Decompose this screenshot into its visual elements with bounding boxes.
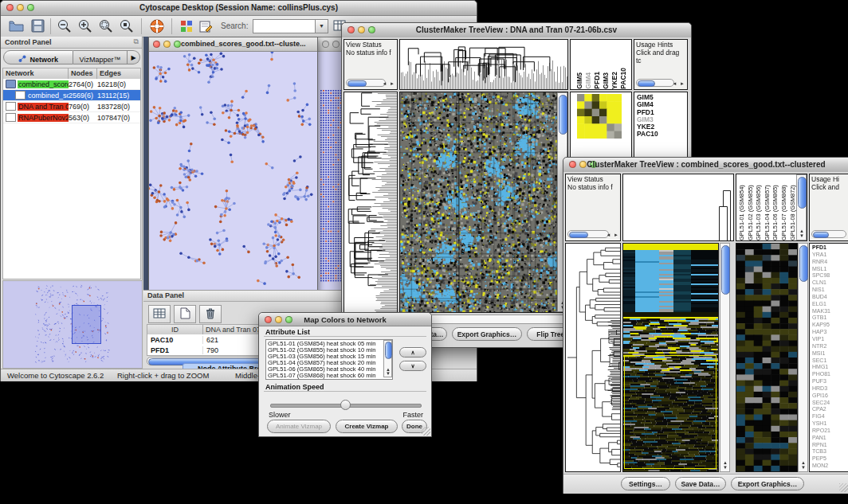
gene-label[interactable]: HRD3 — [812, 385, 848, 393]
tv2-zoom-heatmap[interactable] — [736, 243, 798, 472]
dialog-titlebar[interactable]: Map Colors to Network — [259, 313, 431, 326]
table-mode-icon[interactable] — [148, 305, 171, 323]
vizmapper-icon[interactable] — [179, 19, 194, 37]
gene-label[interactable]: HAP3 — [812, 329, 848, 336]
slider-thumb[interactable] — [340, 400, 351, 410]
tv2-heatmap-vscrollbar[interactable]: ▲▼ — [720, 243, 730, 472]
move-up-button[interactable]: ∧ — [399, 347, 426, 357]
gene-label[interactable]: MON2 — [812, 463, 848, 470]
tv1-column-label[interactable]: PFD1 — [593, 72, 602, 89]
tv1-export-graphics-button[interactable]: Export Graphics… — [452, 327, 522, 341]
tv2-column-label[interactable]: GPL51-04 (GSM857) — [764, 175, 772, 240]
usage-hints-scrollbar[interactable] — [811, 230, 846, 238]
gene-label[interactable]: RNR4 — [812, 259, 848, 266]
gene-label[interactable]: YRA1 — [812, 252, 848, 259]
close-button[interactable] — [322, 41, 329, 48]
birdseye-view-canvas[interactable] — [2, 280, 143, 369]
tv2-row-dendrogram[interactable] — [565, 243, 621, 472]
gene-label[interactable]: VIP1 — [812, 336, 848, 343]
zoom-out-icon[interactable] — [57, 18, 73, 37]
zoom-selected-icon[interactable] — [119, 18, 135, 37]
network-row[interactable]: RNAPuberNov2+|563(0)107847(0) — [3, 112, 140, 123]
gene-label[interactable]: PFD1 — [812, 244, 848, 252]
zoom-fit-icon[interactable] — [98, 18, 114, 37]
attribute-list-vscrollbar[interactable]: ▲▼ — [383, 340, 392, 377]
gene-label[interactable]: BUD4 — [812, 294, 848, 301]
float-panel-icon[interactable]: ⧉ — [134, 37, 139, 46]
gene-label[interactable]: MAK31 — [812, 308, 848, 315]
tab-vizmapper[interactable]: VizMapper™ — [73, 50, 128, 64]
search-input[interactable] — [253, 19, 316, 33]
scroll-arrows[interactable]: ◄ ► — [382, 81, 395, 86]
gene-label[interactable]: MSL1 — [812, 266, 848, 273]
tv2-export-graphics-button[interactable]: Export Graphics… — [731, 477, 804, 490]
gene-label[interactable]: FIG4 — [812, 413, 848, 420]
tv1-column-dendrogram[interactable] — [399, 39, 568, 90]
tv2-zoom-vscrollbar[interactable]: ▲▼ — [798, 243, 808, 472]
view-status-scrollbar[interactable] — [567, 230, 609, 238]
attribute-listbox[interactable]: GPL51-01 (GSM854) heat shock 05 minGPL51… — [265, 339, 393, 380]
gene-label[interactable]: SEC1 — [812, 357, 848, 365]
zoom-in-icon[interactable] — [77, 18, 93, 37]
tv1-titlebar[interactable]: ClusterMaker TreeView : DNA and Tran 07-… — [342, 23, 691, 38]
tv1-column-label[interactable]: GIM5 — [575, 72, 584, 89]
gene-label[interactable]: CPA2 — [812, 406, 848, 413]
gene-label[interactable]: NIS1 — [812, 287, 848, 294]
tv2-gene-labels[interactable]: PFD1YRA1RNR4MSL1SPC98CLN1NIS1BUD4ELG1MAK… — [809, 243, 848, 472]
tv2-column-labels-vscrollbar[interactable]: ▲▼ — [796, 174, 807, 240]
gene-label[interactable]: RPN1 — [812, 442, 848, 449]
gene-label[interactable]: TCB3 — [812, 448, 848, 455]
tab-network[interactable]: Network — [3, 50, 73, 64]
save-icon[interactable] — [30, 18, 45, 37]
tv1-global-heatmap[interactable]: ▲▼ — [399, 92, 568, 313]
network-view-canvas[interactable] — [149, 52, 316, 290]
network-row[interactable]: DNA and Tran 07769(0)183728(0) — [3, 101, 140, 112]
gene-label[interactable]: GPI16 — [812, 393, 848, 400]
main-titlebar[interactable]: Cytoscape Desktop (Session Name: collins… — [1, 1, 477, 16]
view-status-scrollbar[interactable] — [346, 79, 386, 87]
animation-speed-slider[interactable] — [270, 399, 420, 410]
network-row[interactable]: combined_sco2569(6)13112(15) — [3, 90, 140, 101]
gene-label[interactable]: NTR2 — [812, 343, 848, 350]
delete-attribute-trash-icon[interactable] — [199, 305, 222, 323]
gene-label[interactable]: MSI1 — [812, 350, 848, 357]
tab-overflow-button[interactable]: ▶ — [128, 50, 140, 64]
gene-label[interactable]: GTB1 — [812, 315, 848, 322]
tv1-column-label[interactable]: GIM3 — [602, 72, 610, 89]
tv1-column-label[interactable]: YKE2 — [610, 72, 619, 89]
attribute-list-item[interactable]: GPL51-07 (GSM868) heat shock 60 min — [268, 373, 392, 379]
scroll-arrows[interactable]: ◄ ► — [672, 81, 685, 86]
gene-label[interactable]: CLN1 — [812, 279, 848, 287]
tv2-titlebar[interactable]: ClusterMaker TreeView : combined_scores_… — [563, 158, 848, 173]
tv2-column-label[interactable]: GPL51-07 (GSM868) — [780, 175, 789, 240]
usage-hints-scrollbar[interactable] — [636, 79, 674, 87]
minimize-button[interactable] — [163, 41, 171, 48]
animate-vizmap-button[interactable]: Animate Vizmap — [267, 420, 331, 433]
help-lifering-icon[interactable] — [149, 18, 165, 37]
tv2-column-label[interactable]: GPL51-01 (GSM854) — [738, 175, 747, 240]
gene-label[interactable]: SPC98 — [812, 272, 848, 279]
minimize-button[interactable] — [332, 41, 340, 48]
tv2-settings-button[interactable]: Settings… — [621, 477, 670, 490]
gene-label[interactable]: PUF3 — [812, 378, 848, 385]
scroll-arrows[interactable]: ◄ ► — [606, 232, 619, 237]
zoom-button[interactable] — [174, 41, 181, 48]
gene-label[interactable]: RPO21 — [812, 428, 848, 435]
tv2-column-labels[interactable]: GPL51-01 (GSM854)GPL51-02 (GSM855)GPL51-… — [736, 174, 807, 241]
annotation-icon[interactable] — [198, 19, 213, 37]
tv1-row-label[interactable]: PAC10 — [637, 131, 687, 138]
tv2-save-data-button[interactable]: Save Data… — [675, 477, 726, 490]
tv2-column-label[interactable]: GPL51-06 (GSM865) — [771, 175, 780, 240]
new-attribute-icon[interactable] — [174, 305, 196, 323]
tv1-column-label[interactable]: PAC10 — [619, 68, 628, 89]
gene-label[interactable]: PHO81 — [812, 371, 848, 378]
create-vizmap-button[interactable]: Create Vizmap — [336, 420, 398, 433]
gene-label[interactable]: HMG1 — [812, 364, 848, 371]
gene-label[interactable]: ELG1 — [812, 301, 848, 308]
move-down-button[interactable]: ∨ — [399, 361, 426, 371]
gene-label[interactable]: YSH1 — [812, 420, 848, 428]
tv1-column-label[interactable]: GIM4 — [584, 72, 593, 89]
gene-label[interactable]: SEC24 — [812, 400, 848, 407]
tv1-row-dendrogram[interactable] — [344, 92, 398, 313]
search-dropdown-button[interactable]: ▼ — [315, 19, 328, 33]
